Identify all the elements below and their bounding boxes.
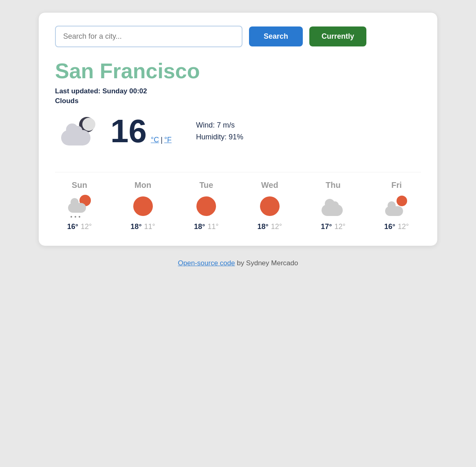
forecast-day-mon: Mon 18° 11°	[119, 181, 167, 231]
open-source-link[interactable]: Open-source code	[178, 259, 235, 267]
forecast-day-wed: Wed 18° 12°	[245, 181, 294, 231]
cloud-only-icon	[322, 196, 344, 216]
high-temp: 18°	[194, 222, 205, 231]
footer: Open-source code by Sydney Mercado	[178, 259, 298, 267]
low-temp: 12°	[398, 222, 409, 231]
wind-info: Wind: 7 m/s	[196, 121, 243, 130]
unit-toggle: °C | °F	[151, 136, 172, 144]
forecast-row: Sun 16° 12° Mon	[55, 172, 421, 231]
forecast-icon-mon	[132, 195, 154, 218]
last-updated: Last updated: Sunday 00:02	[55, 87, 421, 95]
cloud-moon-icon	[61, 117, 98, 145]
day-label-mon: Mon	[134, 181, 151, 190]
search-row: Search Currently	[55, 26, 421, 47]
forecast-temps-sun: 16° 12°	[67, 222, 92, 231]
forecast-icon-thu	[322, 195, 344, 218]
temperature-display: 16 °C | °F	[110, 115, 172, 148]
unit-separator: |	[161, 136, 163, 144]
current-weather-icon	[55, 117, 104, 145]
day-label-thu: Thu	[326, 181, 341, 190]
forecast-temps-wed: 18° 12°	[258, 222, 282, 231]
day-label-fri: Fri	[391, 181, 402, 190]
high-temp: 18°	[258, 222, 269, 231]
forecast-day-thu: Thu 17° 12°	[309, 181, 357, 231]
footer-by-text: by Sydney Mercado	[235, 259, 298, 267]
search-button[interactable]: Search	[249, 26, 303, 46]
celsius-link[interactable]: °C	[151, 136, 159, 144]
temperature-value: 16	[110, 115, 147, 148]
forecast-temps-thu: 17° 12°	[321, 222, 345, 231]
condition-text: Clouds	[55, 97, 421, 105]
high-temp: 16°	[67, 222, 78, 231]
low-temp: 11°	[207, 222, 218, 231]
cloud-rain-icon	[68, 195, 91, 218]
sun-icon	[260, 196, 280, 216]
sun-icon	[133, 196, 153, 216]
day-label-tue: Tue	[199, 181, 213, 190]
forecast-temps-mon: 18° 11°	[130, 222, 155, 231]
low-temp: 12°	[271, 222, 282, 231]
forecast-temps-fri: 16° 12°	[384, 222, 409, 231]
day-label-wed: Wed	[261, 181, 278, 190]
high-temp: 17°	[321, 222, 332, 231]
weather-details: Wind: 7 m/s Humidity: 91%	[196, 121, 243, 141]
low-temp: 11°	[144, 222, 155, 231]
high-temp: 16°	[384, 222, 395, 231]
forecast-icon-fri	[385, 195, 408, 218]
high-temp: 18°	[130, 222, 141, 231]
forecast-day-tue: Tue 18° 11°	[182, 181, 231, 231]
humidity-info: Humidity: 91%	[196, 133, 243, 141]
city-name: San Francisco	[55, 59, 421, 83]
forecast-icon-sun	[68, 195, 91, 218]
currently-button[interactable]: Currently	[309, 26, 366, 46]
low-temp: 12°	[334, 222, 345, 231]
forecast-day-sun: Sun 16° 12°	[55, 181, 104, 231]
forecast-temps-tue: 18° 11°	[194, 222, 218, 231]
weather-card: Search Currently San Francisco Last upda…	[38, 12, 438, 246]
day-label-sun: Sun	[72, 181, 87, 190]
forecast-icon-tue	[195, 195, 218, 218]
forecast-day-fri: Fri 16° 12°	[372, 181, 421, 231]
search-input[interactable]	[55, 26, 242, 47]
low-temp: 12°	[81, 222, 92, 231]
forecast-icon-wed	[258, 195, 281, 218]
current-weather: 16 °C | °F Wind: 7 m/s Humidity: 91%	[55, 115, 421, 148]
sun-icon	[196, 196, 216, 216]
cloud-sun-icon	[385, 195, 408, 218]
fahrenheit-link[interactable]: °F	[164, 136, 172, 144]
